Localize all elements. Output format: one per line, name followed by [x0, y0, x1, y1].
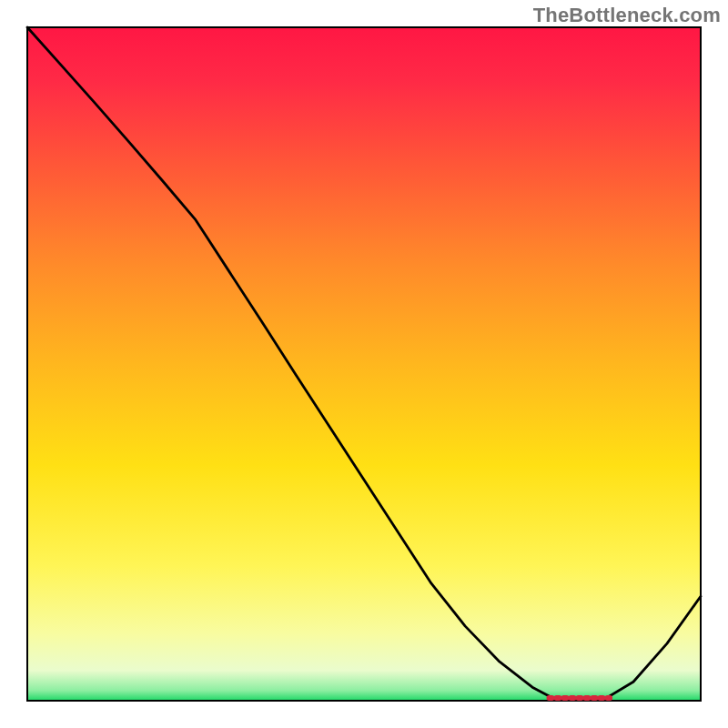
chart-background-gradient — [27, 27, 701, 701]
chart-svg — [0, 0, 728, 728]
chart-canvas — [0, 0, 728, 728]
watermark-text: TheBottleneck.com — [533, 4, 721, 27]
chart-frame: TheBottleneck.com — [0, 0, 728, 728]
